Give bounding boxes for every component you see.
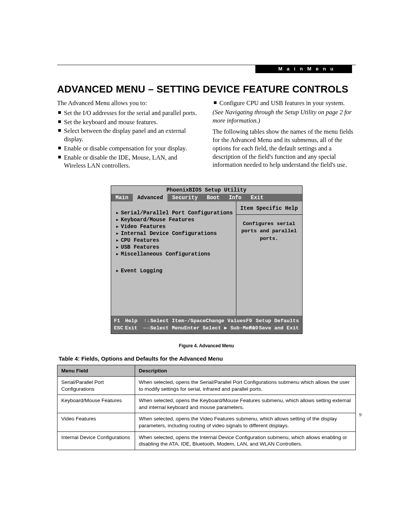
key-label: F1 (114, 317, 125, 325)
key-label: -/Space (184, 317, 206, 325)
key-label: ESC (114, 324, 125, 332)
bios-help-pane: Item Specific Help Configures serial por… (236, 201, 302, 316)
bios-tab-boot: Boot (202, 194, 225, 201)
key-action: Select Menu (150, 324, 184, 332)
bullet-item: Enable or disable compensation for your … (57, 144, 201, 153)
bios-help-title: Item Specific Help (236, 205, 302, 215)
bios-tab-exit: Exit (246, 194, 268, 201)
bios-item: Event Logging (116, 268, 233, 274)
table-header-row: Menu Field Description (57, 365, 356, 377)
see-note: (See Navigating through the Setup Utilit… (213, 108, 356, 125)
cell-field: Serial/Parallel Port Configurations (57, 377, 135, 395)
table-title: Table 4: Fields, Options and Defaults fo… (59, 355, 356, 362)
cell-desc: When selected, opens the Video Features … (135, 413, 355, 431)
bios-tab-security: Security (167, 194, 202, 201)
table-row: Serial/Parallel Port Configurations When… (57, 377, 356, 395)
bullet-item: Select between the display panel and an … (57, 127, 201, 144)
col-header: Menu Field (57, 365, 135, 377)
bios-title: PhoenixBIOS Setup Utility (111, 186, 302, 194)
bios-footer: F1 Help ↑↓ Select Item -/Space Change Va… (111, 316, 302, 334)
bullet-item: Set the keyboard and mouse features. (57, 118, 201, 126)
cell-field: Video Features (57, 413, 135, 431)
arrow-icon: ←→ (143, 324, 150, 332)
features-table: Menu Field Description Serial/Parallel P… (57, 365, 356, 450)
bios-item: Serial/Parallel Port Configurations (116, 210, 233, 216)
bullet-list-right: Configure CPU and USB features in your s… (213, 99, 356, 107)
bios-item: Video Features (116, 224, 233, 230)
key-label: F9 (246, 317, 256, 325)
bios-body: Serial/Parallel Port Configurations Keyb… (111, 201, 302, 316)
cell-desc: When selected, opens the Serial/Parallel… (135, 377, 355, 395)
cell-desc: When selected, opens the Internal Device… (135, 431, 355, 450)
key-label: Enter (184, 324, 202, 332)
bios-tabs: Main Advanced Security Boot Info Exit (111, 194, 302, 201)
document-page: M a i n M e n u ADVANCED MENU – SETTING … (0, 0, 411, 532)
bios-item: CPU Features (116, 237, 233, 243)
key-action: Select Item (150, 317, 184, 325)
bios-screenshot: PhoenixBIOS Setup Utility Main Advanced … (111, 185, 303, 334)
bios-item: Keyboard/Mouse Features (116, 217, 233, 223)
page-title: ADVANCED MENU – SETTING DEVICE FEATURE C… (57, 83, 356, 95)
bios-tab-advanced: Advanced (133, 194, 167, 201)
header-tag: M a i n M e n u (255, 65, 352, 73)
table-row: Video Features When selected, opens the … (57, 413, 356, 431)
col-header: Description (135, 365, 355, 377)
bios-item: Miscellaneous Configurations (116, 251, 233, 257)
key-action: Setup Defaults (256, 317, 299, 325)
bios-item: Internal Device Configurations (116, 230, 233, 236)
bios-help-text: Configures serial ports and parallel por… (239, 220, 299, 243)
bullet-item: Set the I/O addresses for the serial and… (57, 109, 201, 117)
key-action: Select ▶ Sub-Menu (202, 324, 249, 332)
cell-field: Internal Device Configurations (57, 431, 135, 450)
bios-menu-pane: Serial/Parallel Port Configurations Keyb… (111, 201, 236, 316)
cell-field: Keyboard/Mouse Features (57, 395, 135, 413)
figure-caption: Figure 4. Advanced Menu (57, 343, 356, 348)
key-action: Help (125, 317, 144, 325)
bios-tab-info: Info (224, 194, 246, 201)
bullet-item: Enable or disable the IDE, Mouse, LAN, a… (57, 153, 201, 170)
cell-desc: When selected, opens the Keyboard/Mouse … (135, 395, 355, 413)
bullet-item: Configure CPU and USB features in your s… (213, 99, 356, 107)
following-paragraph: The following tables show the names of t… (213, 128, 356, 169)
bullet-list-left: Set the I/O addresses for the serial and… (57, 109, 201, 170)
table-row: Keyboard/Mouse Features When selected, o… (57, 395, 356, 413)
key-action: Change Values (206, 317, 246, 325)
key-action: Exit (125, 324, 143, 332)
bios-tab-main: Main (111, 194, 133, 201)
intro-line: The Advanced Menu allows you to: (57, 99, 201, 107)
bios-item: USB Features (116, 244, 233, 250)
arrow-icon: ↑↓ (143, 317, 150, 325)
table-row: Internal Device Configurations When sele… (57, 431, 356, 450)
page-number: 9 (359, 412, 362, 418)
key-label: F10 (249, 324, 259, 332)
body-columns: The Advanced Menu allows you to: Set the… (57, 99, 356, 171)
key-action: Save and Exit (259, 324, 299, 332)
